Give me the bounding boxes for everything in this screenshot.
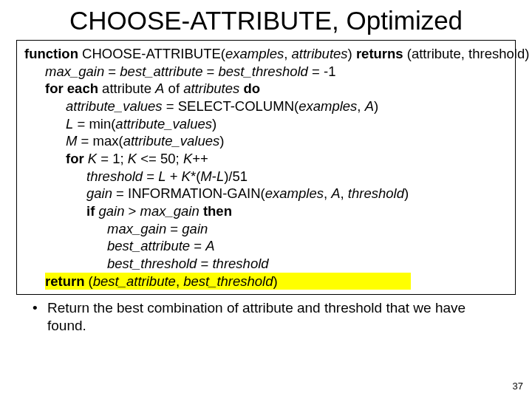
code-line-4: attribute_values = SELECT-COLUMN(example…: [24, 98, 508, 115]
pseudocode-box: function CHOOSE-ATTRIBUTE(examples, attr…: [16, 40, 516, 295]
code-line-13: best_threshold = threshold: [24, 255, 508, 273]
code-line-12: best_attribute = A: [24, 237, 508, 255]
code-line-9: gain = INFORMATION-GAIN(examples, A, thr…: [24, 185, 508, 202]
code-line-10: if gain > max_gain then: [24, 202, 508, 220]
code-line-14: return (best_attribute, best_threshold): [24, 273, 508, 290]
code-line-11: max_gain = gain: [24, 220, 508, 238]
code-line-8: threshold = L + K*(M-L)/51: [24, 168, 508, 185]
code-line-3: for each attribute A of attributes do: [24, 80, 508, 98]
slide-title: CHOOSE-ATTRIBUTE, Optimized: [16, 6, 516, 35]
bullet-dot: •: [33, 299, 47, 317]
code-line-2: max_gain = best_attribute = best_thresho…: [24, 63, 508, 81]
code-line-5: L = min(attribute_values): [24, 115, 508, 133]
page-number: 37: [513, 381, 523, 392]
code-line-6: M = max(attribute_values): [24, 132, 508, 150]
code-line-7: for K = 1; K <= 50; K++: [24, 150, 508, 168]
bullet-text: Return the best combination of attribute…: [47, 299, 494, 335]
code-line-1: function CHOOSE-ATTRIBUTE(examples, attr…: [24, 45, 508, 63]
slide: CHOOSE-ATTRIBUTE, Optimized function CHO…: [0, 0, 532, 399]
bullet-item: • Return the best combination of attribu…: [16, 299, 516, 335]
